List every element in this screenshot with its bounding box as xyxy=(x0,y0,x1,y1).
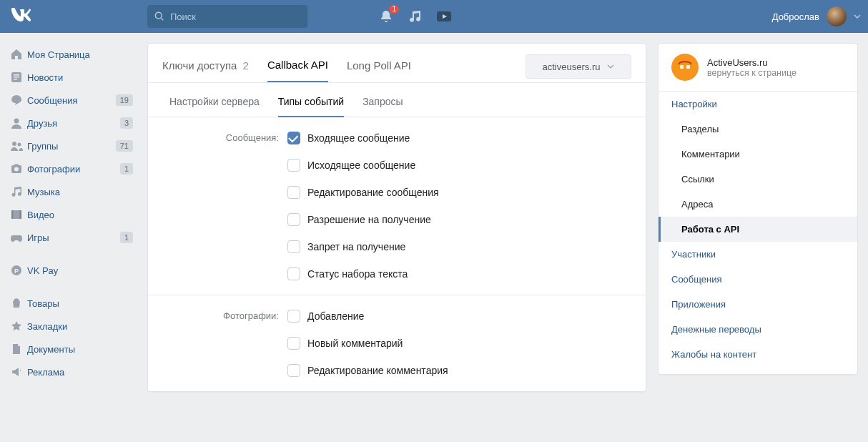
sidebar-item-label: Друзья xyxy=(27,118,120,129)
checkbox-option[interactable]: Статус набора текста xyxy=(287,267,624,280)
checkbox[interactable] xyxy=(287,267,300,280)
sidebar-item-counter: 3 xyxy=(120,117,133,129)
search-input[interactable] xyxy=(170,11,300,22)
svg-point-0 xyxy=(155,12,162,19)
dropdown-label: activeusers.ru xyxy=(543,62,601,72)
option-label: Статус набора текста xyxy=(307,268,408,280)
svg-point-9 xyxy=(18,143,21,147)
checkbox-option[interactable]: Редактирование сообщения xyxy=(287,186,624,199)
sidebar-item-doc[interactable]: Документы xyxy=(6,338,137,360)
server-dropdown[interactable]: activeusers.ru xyxy=(526,54,631,79)
checkbox-option[interactable]: Входящее сообщение xyxy=(287,132,624,144)
svg-rect-6 xyxy=(14,79,17,80)
checkbox[interactable] xyxy=(287,159,300,172)
checkbox-option[interactable]: Разрешение на получение xyxy=(287,213,624,226)
vk-logo[interactable] xyxy=(9,4,34,29)
svg-point-11 xyxy=(14,167,19,172)
sidebar-item-bag[interactable]: Товары xyxy=(6,292,137,315)
sidebar-item-music[interactable]: Музыка xyxy=(6,180,137,203)
sidebar-item-label: Сообщения xyxy=(27,95,116,106)
event-types-form: Сообщения:Входящее сообщениеИсходящее со… xyxy=(148,117,646,391)
subtab-настройки-сервера[interactable]: Настройки сервера xyxy=(169,92,260,117)
community-card-header: ActiveUsers.ru вернуться к странице xyxy=(659,44,857,92)
sidebar-item-label: Товары xyxy=(27,298,133,309)
settings-link-участники[interactable]: Участники xyxy=(659,242,857,267)
notification-badge: 1 xyxy=(389,5,399,14)
tab-count: 2 xyxy=(243,59,249,72)
settings-link-сообщения[interactable]: Сообщения xyxy=(659,267,857,292)
checkbox[interactable] xyxy=(287,337,300,350)
sidebar-item-home[interactable]: Моя Страница xyxy=(6,43,137,66)
section-options: ДобавлениеНовый комментарийРедактировани… xyxy=(287,310,624,377)
settings-link-жалобы-на-контент[interactable]: Жалобы на контент xyxy=(659,342,857,367)
event-section: Фотографии:ДобавлениеНовый комментарийРе… xyxy=(148,295,646,391)
checkbox-option[interactable]: Новый комментарий xyxy=(287,337,624,350)
tab-long-poll-api[interactable]: Long Poll API xyxy=(347,52,411,82)
content-layout: Моя СтраницаНовостиСообщения19Друзья3Гру… xyxy=(0,33,868,392)
pay-icon: P xyxy=(10,264,27,277)
sidebar-item-label: Музыка xyxy=(27,187,133,197)
svg-rect-4 xyxy=(14,74,19,76)
checkbox-option[interactable]: Исходящее сообщение xyxy=(287,159,624,172)
settings-link-комментарии[interactable]: Комментарии xyxy=(659,142,857,167)
sidebar-item-star[interactable]: Закладки xyxy=(6,315,137,338)
sidebar-item-video[interactable]: Видео xyxy=(6,203,137,226)
username: Доброслав xyxy=(772,11,819,22)
section-options: Входящее сообщениеИсходящее сообщениеРед… xyxy=(287,132,624,280)
checkbox[interactable] xyxy=(287,364,300,377)
subtab-запросы[interactable]: Запросы xyxy=(363,92,403,117)
settings-link-приложения[interactable]: Приложения xyxy=(659,292,857,317)
sidebar-item-label: Игры xyxy=(27,232,120,243)
sidebar-item-label: VK Pay xyxy=(27,265,133,276)
checkbox[interactable] xyxy=(287,310,300,323)
checkbox-option[interactable]: Запрет на получение xyxy=(287,240,624,253)
settings-link-работа-с-api[interactable]: Работа с API xyxy=(659,217,857,242)
checkbox-option[interactable]: Редактирование комментария xyxy=(287,364,624,377)
settings-link-денежные-переводы[interactable]: Денежные переводы xyxy=(659,317,857,342)
video-play-icon[interactable] xyxy=(436,9,452,24)
notifications-icon[interactable]: 1 xyxy=(379,9,393,24)
sidebar-item-label: Закладки xyxy=(27,321,133,332)
svg-point-7 xyxy=(14,119,19,124)
back-to-page-link[interactable]: вернуться к странице xyxy=(707,68,797,78)
svg-rect-12 xyxy=(14,164,19,167)
section-title: Сообщения: xyxy=(169,132,287,280)
sidebar-item-group[interactable]: Группы71 xyxy=(6,134,137,157)
settings-link-ссылки[interactable]: Ссылки xyxy=(659,167,857,192)
top-tabs: Ключи доступа 2Callback APILong Poll API… xyxy=(148,44,646,83)
checkbox[interactable] xyxy=(287,132,300,144)
user-menu[interactable]: Доброслав xyxy=(772,6,861,26)
option-label: Исходящее сообщение xyxy=(307,159,415,171)
news-icon xyxy=(10,71,27,84)
option-label: Редактирование сообщения xyxy=(307,187,439,198)
tab-callback-api[interactable]: Callback API xyxy=(267,51,328,82)
sidebar-item-ad[interactable]: Реклама xyxy=(6,360,137,383)
checkbox[interactable] xyxy=(287,213,300,226)
community-avatar xyxy=(671,54,699,81)
section-title: Фотографии: xyxy=(169,310,287,377)
main-panel: Ключи доступа 2Callback APILong Poll API… xyxy=(147,43,646,392)
checkbox[interactable] xyxy=(287,186,300,199)
sidebar-item-game[interactable]: Игры1 xyxy=(6,226,137,249)
svg-rect-5 xyxy=(14,77,19,78)
sidebar-item-label: Документы xyxy=(27,344,133,355)
checkbox-option[interactable]: Добавление xyxy=(287,310,624,323)
tab-ключи-доступа[interactable]: Ключи доступа 2 xyxy=(162,52,249,82)
settings-link-разделы[interactable]: Разделы xyxy=(659,117,857,142)
checkbox[interactable] xyxy=(287,240,300,253)
sidebar-item-user[interactable]: Друзья3 xyxy=(6,112,137,134)
search-box[interactable] xyxy=(147,5,307,28)
settings-link-адреса[interactable]: Адреса xyxy=(659,192,857,217)
bag-icon xyxy=(10,297,27,310)
sidebar-item-photo[interactable]: Фотографии1 xyxy=(6,157,137,180)
sidebar-item-counter: 1 xyxy=(120,232,133,243)
settings-link-настройки[interactable]: Настройки xyxy=(659,92,857,117)
subtab-типы-событий[interactable]: Типы событий xyxy=(278,92,344,117)
music-icon[interactable] xyxy=(408,9,422,24)
group-icon xyxy=(10,139,27,152)
svg-rect-20 xyxy=(686,65,690,69)
sidebar-item-news[interactable]: Новости xyxy=(6,66,137,89)
sidebar-item-pay[interactable]: PVK Pay xyxy=(6,259,137,282)
option-label: Добавление xyxy=(307,310,364,322)
sidebar-item-msg[interactable]: Сообщения19 xyxy=(6,89,137,112)
